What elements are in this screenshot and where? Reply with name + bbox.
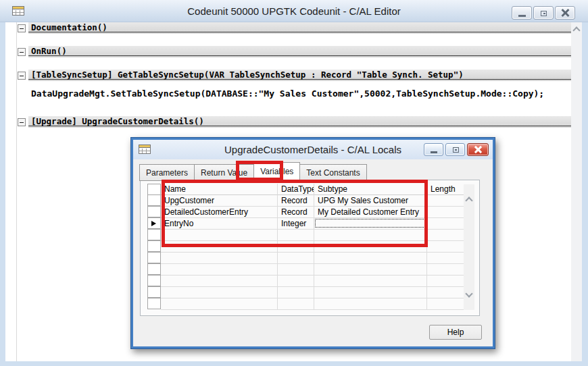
tab-return-value[interactable]: Return Value xyxy=(194,164,253,181)
gutter-divider xyxy=(16,22,17,361)
variable-subtype-cell[interactable]: My Detailed Customer Entry xyxy=(314,207,427,218)
function-header-gettablesyncsetup[interactable]: [TableSyncSetup] GetTableSyncSetup(VAR T… xyxy=(28,70,571,81)
grid-vertical-scrollbar[interactable] xyxy=(464,184,474,310)
variable-name-cell[interactable]: EntryNo xyxy=(161,218,278,230)
scroll-up-icon[interactable] xyxy=(465,197,472,204)
help-button[interactable]: Help xyxy=(429,325,482,340)
empty-row[interactable] xyxy=(147,264,464,276)
dialog-minimize-button[interactable] xyxy=(424,143,443,156)
function-header-text: OnRun() xyxy=(28,46,571,56)
column-header-name[interactable]: Name xyxy=(161,184,278,195)
column-header-datatype[interactable]: DataType xyxy=(278,184,314,195)
row-selector[interactable] xyxy=(147,206,161,217)
collapse-toggle-gettablesyncsetup[interactable] xyxy=(18,72,26,80)
variable-length-cell[interactable] xyxy=(427,195,464,207)
variable-subtype-cell-focused[interactable] xyxy=(314,218,427,230)
column-header-subtype[interactable]: Subtype xyxy=(314,184,427,195)
dialog-close-button[interactable] xyxy=(467,143,489,156)
variables-tab-panel: Name DataType Subtype Length UpgCustomer… xyxy=(140,180,480,316)
minus-icon xyxy=(20,52,24,53)
main-window-title: Codeunit 50000 UPGTK Codeunit - C/AL Edi… xyxy=(0,0,588,22)
variable-datatype-cell[interactable]: Record xyxy=(278,207,314,218)
row-selector-header[interactable] xyxy=(147,184,161,195)
variable-name-cell[interactable]: UpgCustomer xyxy=(161,195,278,207)
tab-text-constants[interactable]: Text Constants xyxy=(299,164,366,181)
minimize-icon xyxy=(518,15,526,17)
function-header-upgradecustomerdetails[interactable]: [Upgrade] UpgradeCustomerDetails() xyxy=(28,116,571,128)
collapse-toggle-onrun[interactable] xyxy=(18,48,26,56)
variable-row[interactable]: UpgCustomer Record UPG My Sales Customer xyxy=(147,195,464,207)
main-vertical-scrollbar[interactable] xyxy=(571,22,582,361)
variable-length-cell[interactable] xyxy=(427,218,464,230)
empty-row[interactable] xyxy=(147,298,464,310)
variable-subtype-cell[interactable]: UPG My Sales Customer xyxy=(314,195,427,207)
collapse-toggle-documentation[interactable] xyxy=(18,24,26,32)
function-header-text: [TableSyncSetup] GetTableSyncSetup(VAR T… xyxy=(28,70,571,80)
close-icon xyxy=(561,9,569,17)
variable-datatype-cell[interactable]: Record xyxy=(278,195,314,207)
main-restore-button[interactable] xyxy=(533,6,554,20)
minus-icon xyxy=(20,28,24,29)
cal-locals-dialog: UpgradeCustomerDetails - C/AL Locals Par… xyxy=(130,137,495,349)
main-minimize-button[interactable] xyxy=(512,6,532,20)
variable-name-cell[interactable]: DetailedCustomerEntry xyxy=(161,207,278,218)
locals-tabstrip: Parameters Return Value Variables Text C… xyxy=(139,162,367,181)
grid-header-row: Name DataType Subtype Length xyxy=(147,184,464,195)
variable-length-cell[interactable] xyxy=(427,207,464,218)
function-header-text: Documentation() xyxy=(28,22,571,32)
row-selector-current[interactable] xyxy=(147,217,161,229)
scroll-down-icon[interactable] xyxy=(465,290,472,297)
dialog-window-buttons xyxy=(424,143,489,156)
tab-variables[interactable]: Variables xyxy=(253,162,300,181)
function-header-documentation[interactable]: Documentation() xyxy=(28,22,571,34)
empty-row[interactable] xyxy=(147,287,464,298)
column-header-length[interactable]: Length xyxy=(427,184,464,195)
cal-editor-screen: Codeunit 50000 UPGTK Codeunit - C/AL Edi… xyxy=(0,0,588,366)
scroll-up-icon[interactable] xyxy=(572,26,580,34)
focus-outline xyxy=(315,219,425,228)
minus-icon xyxy=(20,122,24,123)
restore-icon xyxy=(541,11,547,16)
dialog-restore-button[interactable] xyxy=(445,143,465,156)
minimize-icon xyxy=(431,151,437,153)
row-selector[interactable] xyxy=(147,194,161,206)
empty-row[interactable] xyxy=(147,241,464,253)
variable-row-current[interactable]: EntryNo Integer xyxy=(147,218,464,230)
main-titlebar: Codeunit 50000 UPGTK Codeunit - C/AL Edi… xyxy=(0,0,588,22)
restore-icon xyxy=(453,147,459,153)
variable-datatype-cell[interactable]: Integer xyxy=(278,218,314,230)
variables-grid: Name DataType Subtype Length UpgCustomer… xyxy=(147,184,464,310)
main-close-button[interactable] xyxy=(555,6,575,20)
tab-parameters[interactable]: Parameters xyxy=(139,164,194,181)
close-icon xyxy=(474,146,482,154)
empty-row[interactable] xyxy=(147,276,464,287)
minus-icon xyxy=(20,76,24,76)
dialog-body: Parameters Return Value Variables Text C… xyxy=(133,159,493,346)
current-row-arrow-icon xyxy=(151,221,156,226)
collapse-toggle-upgradecustomerdetails[interactable] xyxy=(18,118,26,126)
code-statement[interactable]: DataUpgradeMgt.SetTableSyncSetup(DATABAS… xyxy=(31,88,565,99)
variable-row[interactable]: DetailedCustomerEntry Record My Detailed… xyxy=(147,207,464,218)
dialog-titlebar: UpgradeCustomerDetails - C/AL Locals xyxy=(133,140,493,159)
empty-row[interactable] xyxy=(147,253,464,264)
function-header-text: [Upgrade] UpgradeCustomerDetails() xyxy=(28,116,571,126)
function-header-onrun[interactable]: OnRun() xyxy=(28,46,571,57)
empty-row[interactable] xyxy=(147,230,464,241)
